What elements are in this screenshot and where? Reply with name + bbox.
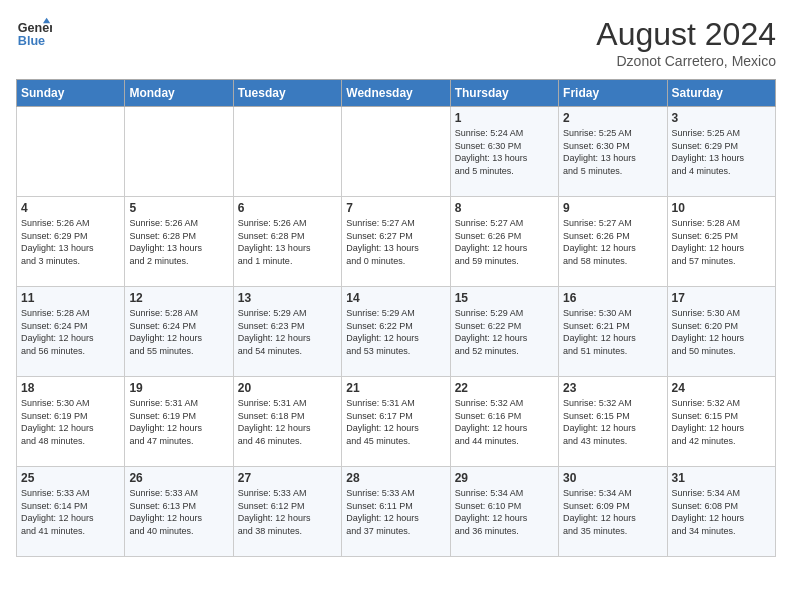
day-info: Sunrise: 5:32 AM Sunset: 6:15 PM Dayligh… — [672, 397, 771, 447]
day-number: 10 — [672, 201, 771, 215]
day-info: Sunrise: 5:25 AM Sunset: 6:30 PM Dayligh… — [563, 127, 662, 177]
logo: General Blue — [16, 16, 52, 52]
calendar-cell: 18Sunrise: 5:30 AM Sunset: 6:19 PM Dayli… — [17, 377, 125, 467]
calendar-cell: 30Sunrise: 5:34 AM Sunset: 6:09 PM Dayli… — [559, 467, 667, 557]
calendar-cell: 21Sunrise: 5:31 AM Sunset: 6:17 PM Dayli… — [342, 377, 450, 467]
day-info: Sunrise: 5:34 AM Sunset: 6:08 PM Dayligh… — [672, 487, 771, 537]
logo-icon: General Blue — [16, 16, 52, 52]
column-header-friday: Friday — [559, 80, 667, 107]
day-number: 8 — [455, 201, 554, 215]
day-number: 28 — [346, 471, 445, 485]
calendar-cell: 12Sunrise: 5:28 AM Sunset: 6:24 PM Dayli… — [125, 287, 233, 377]
day-number: 31 — [672, 471, 771, 485]
column-header-tuesday: Tuesday — [233, 80, 341, 107]
day-info: Sunrise: 5:29 AM Sunset: 6:22 PM Dayligh… — [346, 307, 445, 357]
calendar-week-5: 25Sunrise: 5:33 AM Sunset: 6:14 PM Dayli… — [17, 467, 776, 557]
calendar-cell: 26Sunrise: 5:33 AM Sunset: 6:13 PM Dayli… — [125, 467, 233, 557]
day-info: Sunrise: 5:28 AM Sunset: 6:25 PM Dayligh… — [672, 217, 771, 267]
day-number: 1 — [455, 111, 554, 125]
calendar-cell: 31Sunrise: 5:34 AM Sunset: 6:08 PM Dayli… — [667, 467, 775, 557]
day-number: 29 — [455, 471, 554, 485]
day-number: 22 — [455, 381, 554, 395]
calendar-cell: 11Sunrise: 5:28 AM Sunset: 6:24 PM Dayli… — [17, 287, 125, 377]
day-number: 13 — [238, 291, 337, 305]
calendar-table: SundayMondayTuesdayWednesdayThursdayFrid… — [16, 79, 776, 557]
day-number: 5 — [129, 201, 228, 215]
day-number: 24 — [672, 381, 771, 395]
day-info: Sunrise: 5:33 AM Sunset: 6:11 PM Dayligh… — [346, 487, 445, 537]
day-number: 20 — [238, 381, 337, 395]
calendar-cell — [233, 107, 341, 197]
column-header-saturday: Saturday — [667, 80, 775, 107]
calendar-header-row: SundayMondayTuesdayWednesdayThursdayFrid… — [17, 80, 776, 107]
day-number: 18 — [21, 381, 120, 395]
calendar-cell: 1Sunrise: 5:24 AM Sunset: 6:30 PM Daylig… — [450, 107, 558, 197]
day-number: 11 — [21, 291, 120, 305]
month-year: August 2024 — [596, 16, 776, 53]
calendar-cell: 19Sunrise: 5:31 AM Sunset: 6:19 PM Dayli… — [125, 377, 233, 467]
day-info: Sunrise: 5:31 AM Sunset: 6:18 PM Dayligh… — [238, 397, 337, 447]
day-info: Sunrise: 5:26 AM Sunset: 6:28 PM Dayligh… — [129, 217, 228, 267]
day-number: 7 — [346, 201, 445, 215]
calendar-cell — [125, 107, 233, 197]
day-info: Sunrise: 5:32 AM Sunset: 6:16 PM Dayligh… — [455, 397, 554, 447]
calendar-cell: 13Sunrise: 5:29 AM Sunset: 6:23 PM Dayli… — [233, 287, 341, 377]
calendar-cell: 4Sunrise: 5:26 AM Sunset: 6:29 PM Daylig… — [17, 197, 125, 287]
calendar-cell: 3Sunrise: 5:25 AM Sunset: 6:29 PM Daylig… — [667, 107, 775, 197]
location: Dzonot Carretero, Mexico — [596, 53, 776, 69]
day-number: 15 — [455, 291, 554, 305]
calendar-week-3: 11Sunrise: 5:28 AM Sunset: 6:24 PM Dayli… — [17, 287, 776, 377]
calendar-cell: 24Sunrise: 5:32 AM Sunset: 6:15 PM Dayli… — [667, 377, 775, 467]
day-info: Sunrise: 5:31 AM Sunset: 6:17 PM Dayligh… — [346, 397, 445, 447]
day-info: Sunrise: 5:33 AM Sunset: 6:14 PM Dayligh… — [21, 487, 120, 537]
calendar-cell: 28Sunrise: 5:33 AM Sunset: 6:11 PM Dayli… — [342, 467, 450, 557]
calendar-cell: 7Sunrise: 5:27 AM Sunset: 6:27 PM Daylig… — [342, 197, 450, 287]
calendar-cell: 5Sunrise: 5:26 AM Sunset: 6:28 PM Daylig… — [125, 197, 233, 287]
day-info: Sunrise: 5:25 AM Sunset: 6:29 PM Dayligh… — [672, 127, 771, 177]
day-number: 19 — [129, 381, 228, 395]
day-number: 4 — [21, 201, 120, 215]
day-info: Sunrise: 5:26 AM Sunset: 6:28 PM Dayligh… — [238, 217, 337, 267]
column-header-thursday: Thursday — [450, 80, 558, 107]
day-number: 3 — [672, 111, 771, 125]
day-number: 9 — [563, 201, 662, 215]
column-header-wednesday: Wednesday — [342, 80, 450, 107]
day-number: 2 — [563, 111, 662, 125]
day-info: Sunrise: 5:29 AM Sunset: 6:22 PM Dayligh… — [455, 307, 554, 357]
day-number: 14 — [346, 291, 445, 305]
day-info: Sunrise: 5:27 AM Sunset: 6:26 PM Dayligh… — [563, 217, 662, 267]
day-info: Sunrise: 5:33 AM Sunset: 6:12 PM Dayligh… — [238, 487, 337, 537]
calendar-cell: 9Sunrise: 5:27 AM Sunset: 6:26 PM Daylig… — [559, 197, 667, 287]
svg-text:Blue: Blue — [18, 34, 45, 48]
day-info: Sunrise: 5:30 AM Sunset: 6:19 PM Dayligh… — [21, 397, 120, 447]
day-number: 6 — [238, 201, 337, 215]
calendar-cell: 8Sunrise: 5:27 AM Sunset: 6:26 PM Daylig… — [450, 197, 558, 287]
day-number: 25 — [21, 471, 120, 485]
day-info: Sunrise: 5:24 AM Sunset: 6:30 PM Dayligh… — [455, 127, 554, 177]
day-info: Sunrise: 5:27 AM Sunset: 6:27 PM Dayligh… — [346, 217, 445, 267]
day-number: 30 — [563, 471, 662, 485]
calendar-cell — [342, 107, 450, 197]
calendar-cell: 23Sunrise: 5:32 AM Sunset: 6:15 PM Dayli… — [559, 377, 667, 467]
day-number: 21 — [346, 381, 445, 395]
calendar-cell: 20Sunrise: 5:31 AM Sunset: 6:18 PM Dayli… — [233, 377, 341, 467]
day-number: 12 — [129, 291, 228, 305]
calendar-cell: 27Sunrise: 5:33 AM Sunset: 6:12 PM Dayli… — [233, 467, 341, 557]
day-info: Sunrise: 5:30 AM Sunset: 6:21 PM Dayligh… — [563, 307, 662, 357]
day-number: 16 — [563, 291, 662, 305]
day-info: Sunrise: 5:30 AM Sunset: 6:20 PM Dayligh… — [672, 307, 771, 357]
day-info: Sunrise: 5:33 AM Sunset: 6:13 PM Dayligh… — [129, 487, 228, 537]
calendar-cell — [17, 107, 125, 197]
calendar-cell: 25Sunrise: 5:33 AM Sunset: 6:14 PM Dayli… — [17, 467, 125, 557]
calendar-week-4: 18Sunrise: 5:30 AM Sunset: 6:19 PM Dayli… — [17, 377, 776, 467]
calendar-cell: 22Sunrise: 5:32 AM Sunset: 6:16 PM Dayli… — [450, 377, 558, 467]
day-info: Sunrise: 5:32 AM Sunset: 6:15 PM Dayligh… — [563, 397, 662, 447]
day-info: Sunrise: 5:31 AM Sunset: 6:19 PM Dayligh… — [129, 397, 228, 447]
column-header-sunday: Sunday — [17, 80, 125, 107]
day-info: Sunrise: 5:28 AM Sunset: 6:24 PM Dayligh… — [21, 307, 120, 357]
day-info: Sunrise: 5:34 AM Sunset: 6:10 PM Dayligh… — [455, 487, 554, 537]
calendar-cell: 15Sunrise: 5:29 AM Sunset: 6:22 PM Dayli… — [450, 287, 558, 377]
calendar-cell: 10Sunrise: 5:28 AM Sunset: 6:25 PM Dayli… — [667, 197, 775, 287]
calendar-cell: 29Sunrise: 5:34 AM Sunset: 6:10 PM Dayli… — [450, 467, 558, 557]
calendar-week-2: 4Sunrise: 5:26 AM Sunset: 6:29 PM Daylig… — [17, 197, 776, 287]
